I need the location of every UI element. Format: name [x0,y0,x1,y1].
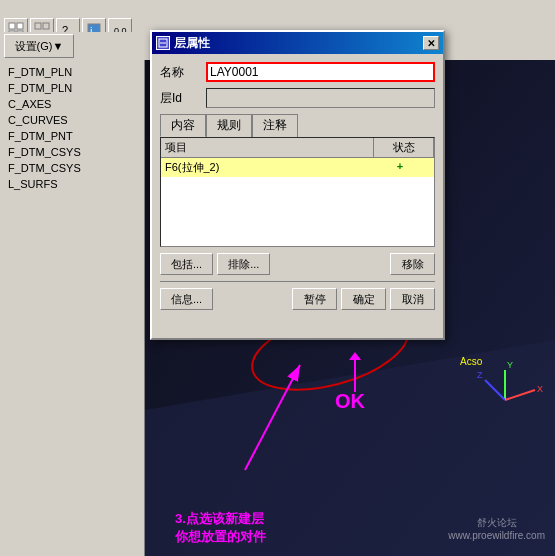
tab-content[interactable]: 内容 [160,114,206,137]
svg-rect-5 [43,23,49,29]
layer-properties-dialog: 层属性 ✕ 名称 层Id 内容 规则 注释 项目 状态 F6(拉伸_ [150,30,445,340]
dialog-titlebar: 层属性 ✕ [152,32,443,54]
svg-rect-1 [17,23,23,29]
remove-button[interactable]: 移除 [390,253,435,275]
exclude-button[interactable]: 排除... [217,253,270,275]
svg-text:X: X [537,384,543,394]
step-text-2: 你想放置的对件 [175,529,266,544]
id-label: 层Id [160,90,200,107]
table-row[interactable]: F6(拉伸_2) + [161,158,434,177]
sidebar-item-7[interactable]: L_SURFS [0,176,144,192]
dialog-icon [156,36,170,50]
row-item-name: F6(拉伸_2) [165,160,370,175]
name-row: 名称 [160,62,435,82]
include-button[interactable]: 包括... [160,253,213,275]
sidebar-item-2[interactable]: C_AXES [0,96,144,112]
tab-notes[interactable]: 注释 [252,114,298,137]
cancel-button[interactable]: 取消 [390,288,435,310]
row-item-status: + [370,160,430,175]
header-item: 项目 [161,138,374,157]
sidebar-item-3[interactable]: C_CURVES [0,112,144,128]
button-row-1: 包括... 排除... 移除 [160,253,435,275]
dialog-close-button[interactable]: ✕ [423,36,439,50]
svg-rect-4 [35,23,41,29]
svg-text:Acso: Acso [460,356,483,367]
name-input[interactable] [206,62,435,82]
watermark: 舒火论坛 www.proewildfire.com [448,516,545,541]
svg-marker-29 [349,352,361,360]
dialog-title: 层属性 [156,35,210,52]
tab-rules[interactable]: 规则 [206,114,252,137]
table-header: 项目 状态 [161,138,434,158]
pause-button[interactable]: 暂停 [292,288,337,310]
sidebar-item-1[interactable]: F_DTM_PLN [0,80,144,96]
svg-text:Y: Y [507,360,513,370]
header-status: 状态 [374,138,434,157]
dialog-body: 名称 层Id 内容 规则 注释 项目 状态 F6(拉伸_2) + [152,54,443,318]
divider [160,281,435,282]
tab-bar: 内容 规则 注释 [160,114,435,137]
toolbar-settings[interactable]: 设置(G)▼ [4,34,74,58]
ok-label: OK [335,390,365,413]
ok-annotation: OK [335,352,415,405]
ok-button[interactable]: 确定 [341,288,386,310]
sidebar-item-5[interactable]: F_DTM_CSYS [0,144,144,160]
id-input [206,88,435,108]
svg-rect-0 [9,23,15,29]
button-row-2: 信息... 暂停 确定 取消 [160,288,435,310]
name-label: 名称 [160,64,200,81]
id-row: 层Id [160,88,435,108]
info-button[interactable]: 信息... [160,288,213,310]
sidebar-item-6[interactable]: F_DTM_CSYS [0,160,144,176]
sidebar-item-0[interactable]: F_DTM_PLN [0,64,144,80]
step-text-1: 3.点选该新建层 [175,511,264,526]
items-table: 项目 状态 F6(拉伸_2) + [160,137,435,247]
dialog-title-text: 层属性 [174,35,210,52]
annotation-text: 3.点选该新建层 你想放置的对件 [175,510,266,546]
sidebar: F_DTM_PLN F_DTM_PLN C_AXES C_CURVES F_DT… [0,60,145,556]
svg-text:Z: Z [477,370,483,380]
sidebar-item-4[interactable]: F_DTM_PNT [0,128,144,144]
